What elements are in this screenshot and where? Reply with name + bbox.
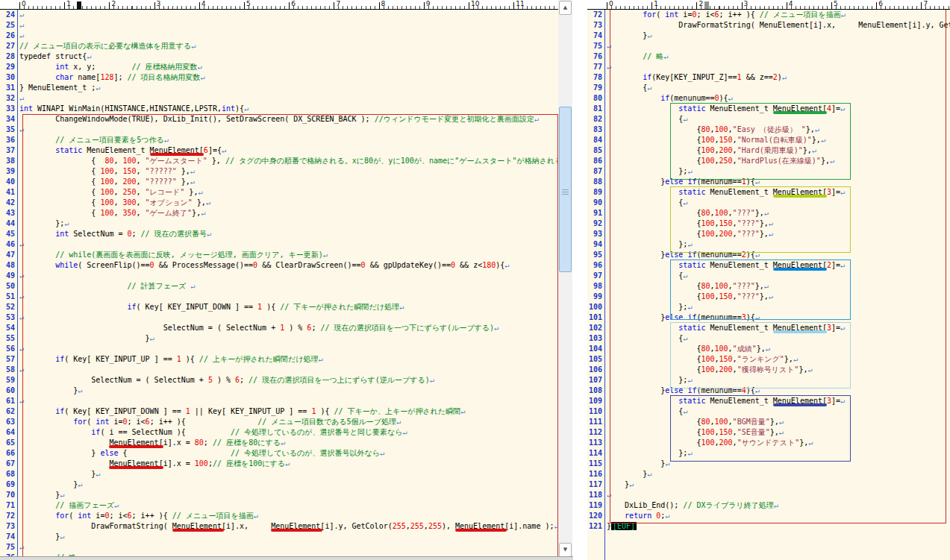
code-line[interactable]: 90 {↵ (587, 198, 950, 208)
code-line[interactable]: 77↵ (587, 62, 950, 72)
code-line[interactable]: 85 {100,200,"Hard(乗用車級)"},↵ (587, 145, 950, 156)
code-line[interactable]: 74 }↵ (0, 532, 558, 542)
code-line[interactable]: 92 {100,150,"???"},↵ (587, 218, 950, 229)
code-line[interactable]: 44 };↵ (0, 218, 558, 229)
code-line[interactable]: 62 if( Key[ KEY_INPUT_DOWN ] == 1 || Key… (0, 406, 558, 417)
code-line[interactable]: 72 for( int i=0; i<6; i++ ){ // メニュー項目を描… (0, 511, 558, 521)
code-rows-left[interactable]: 24↵25↵26↵27// メニュー項目の表示に必要な構造体を用意する↵28ty… (0, 10, 558, 560)
code-line[interactable]: 31} MenuElement_t ;↵ (0, 83, 558, 93)
code-line[interactable]: 65 MenuElement[i].x = 80; // 座標を80にする↵ (0, 438, 558, 448)
code-line[interactable]: 27// メニュー項目の表示に必要な構造体を用意する↵ (0, 41, 558, 51)
code-line[interactable]: 34 ChangeWindowMode(TRUE), DxLib_Init(),… (0, 114, 558, 125)
code-line[interactable]: 73 DrawFormatString( MenuElement[i].x, M… (587, 20, 950, 31)
code-line[interactable]: 72 for( int i=0; i<6; i++ ){ // メニュー項目を描… (587, 10, 950, 20)
code-line[interactable]: 95 }else if(menunum==2){↵ (587, 250, 950, 260)
code-line[interactable]: 55 }↵ (0, 333, 558, 344)
code-line[interactable]: 116 }↵ (587, 469, 950, 479)
horizontal-scrollbar[interactable] (0, 556, 573, 560)
code-line[interactable]: 67 MenuElement[i].x = 100;// 座標を100にする↵ (0, 459, 558, 469)
code-line[interactable]: 63 for( int i=0; i<6; i++ ){ // メニュー項目数で… (0, 417, 558, 427)
code-line[interactable]: 104 {80,100,"成績"},↵ (587, 344, 950, 354)
code-line[interactable]: 102 static MenuElement_t MenuElement[3]=… (587, 323, 950, 333)
code-line[interactable]: 70 }↵ (0, 490, 558, 500)
code-line[interactable]: 121}[EOF] (587, 521, 950, 532)
code-line[interactable]: 97 {↵ (587, 271, 950, 281)
code-line[interactable]: 50 // 計算フェーズ ↵ (0, 281, 558, 292)
code-line[interactable]: 53↵ (0, 312, 558, 323)
code-line[interactable]: 49↵ (0, 271, 558, 281)
code-line[interactable]: 103 {↵ (587, 333, 950, 344)
code-line[interactable]: 115 }↵ (587, 459, 950, 469)
code-line[interactable]: 52 if( Key[ KEY_INPUT_DOWN ] == 1 ){ // … (0, 302, 558, 312)
code-line[interactable]: 119 DxLib_End(); // DXライブラリ終了処理↵ (587, 500, 950, 511)
scrollbar-thumb[interactable] (559, 107, 572, 272)
code-line[interactable]: 73 DrawFormatString( MenuElement[i].x, M… (0, 521, 558, 532)
code-line[interactable]: 101 }else if(menunum==3){↵ (587, 312, 950, 323)
code-line[interactable]: 106 {100,200,"獲得称号リスト"},↵ (587, 365, 950, 375)
code-line[interactable]: 84 {100,150,"Normal(自転車級)"},↵ (587, 135, 950, 145)
code-line[interactable]: 82 {↵ (587, 114, 950, 125)
editor-pane-left[interactable]: 0123456789101112 24↵25↵26↵27// メニュー項目の表示… (0, 0, 558, 560)
code-line[interactable]: 89 static MenuElement_t MenuElement[3]=↵ (587, 187, 950, 198)
code-line[interactable]: 91 {80,100,"???"},↵ (587, 208, 950, 218)
code-line[interactable]: 87 };↵ (587, 166, 950, 177)
code-line[interactable]: 37 static MenuElement_t MenuElement[6]={… (0, 145, 558, 156)
code-line[interactable]: 71 // 描画フェーズ↵ (0, 500, 558, 511)
code-line[interactable]: 109 static MenuElement_t MenuElement[3]=… (587, 396, 950, 406)
code-line[interactable]: 40 { 100, 200, "?????" },↵ (0, 177, 558, 187)
code-line[interactable]: 36 // メニュー項目要素を5つ作る↵ (0, 135, 558, 145)
pane-splitter[interactable] (572, 0, 587, 560)
code-line[interactable]: 94 };↵ (587, 239, 950, 250)
code-line[interactable]: 58↵ (0, 365, 558, 375)
code-line[interactable]: 74 }↵ (587, 31, 950, 41)
code-line[interactable]: 38 { 80, 100, "ゲームスタート" }, // タグの中身の順番で格… (0, 156, 558, 166)
code-line[interactable]: 61↵ (0, 396, 558, 406)
code-line[interactable]: 76 // 略↵ (587, 51, 950, 62)
code-line[interactable]: 64 if( i == SelectNum ){ // 今処理しているのが、選択… (0, 427, 558, 438)
scrollbar-down-button[interactable]: ▼ (559, 543, 572, 557)
scrollbar-up-button[interactable]: ▲ (559, 1, 572, 15)
code-line[interactable]: 25↵ (0, 20, 558, 31)
code-line[interactable]: 117 }↵ (587, 479, 950, 490)
code-line[interactable]: 26↵ (0, 31, 558, 41)
code-line[interactable]: 42 { 100, 300, "オプション" },↵ (0, 198, 558, 208)
code-line[interactable]: 120 return 0;↵ (587, 511, 950, 521)
code-line[interactable]: 35↵ (0, 125, 558, 135)
code-line[interactable]: 43 { 100, 350, "ゲーム終了"},↵ (0, 208, 558, 218)
code-line[interactable]: 57 if( Key[ KEY_INPUT_UP ] == 1 ){ // 上キ… (0, 354, 558, 365)
code-line[interactable]: 108 }else if(menunum==4){↵ (587, 386, 950, 396)
code-line[interactable]: 105 {100,150,"ランキング"},↵ (587, 354, 950, 365)
code-line[interactable]: 54 SelectNum = ( SelectNum + 1 ) % 6; //… (0, 323, 558, 333)
code-line[interactable]: 107 };↵ (587, 375, 950, 386)
code-line[interactable]: 46↵ (0, 239, 558, 250)
code-line[interactable]: 33int WINAPI WinMain(HINSTANCE,HINSTANCE… (0, 104, 558, 114)
code-line[interactable]: 60 }↵ (0, 386, 558, 396)
code-line[interactable]: 86 {100,250,"HardPlus(在来線級)"},↵ (587, 156, 950, 166)
code-line[interactable]: 68 }↵ (0, 469, 558, 479)
code-line[interactable]: 79 {↵ (587, 83, 950, 93)
code-line[interactable]: 100 };↵ (587, 302, 950, 312)
code-line[interactable]: 114 };↵ (587, 448, 950, 459)
code-line[interactable]: 96 static MenuElement_t MenuElement[2]=↵ (587, 260, 950, 271)
code-line[interactable]: 30 char name[128]; // 項目名格納用変数↵ (0, 72, 558, 83)
code-line[interactable]: 75↵ (0, 542, 558, 553)
code-line[interactable]: 24↵ (0, 10, 558, 20)
code-line[interactable]: 118↵ (587, 490, 950, 500)
code-line[interactable]: 88 }else if(menunum==1){↵ (587, 177, 950, 187)
code-line[interactable]: 78 if(Key[KEY_INPUT_Z]==1 && z==2)↵ (587, 72, 950, 83)
code-rows-right[interactable]: 72 for( int i=0; i<6; i++ ){ // メニュー項目を描… (587, 10, 950, 532)
code-line[interactable]: 32↵ (0, 93, 558, 104)
editor-pane-right[interactable]: 01234567 72 for( int i=0; i<6; i++ ){ //… (587, 0, 950, 560)
code-line[interactable]: 29 int x, y; // 座標格納用変数↵ (0, 62, 558, 72)
code-line[interactable]: 83 {80,100,"Easy （徒歩級） "},↵ (587, 125, 950, 135)
vertical-scrollbar[interactable]: ▲ ▼ (558, 0, 572, 560)
code-line[interactable]: 48 while( ScreenFlip()==0 && ProcessMess… (0, 260, 558, 271)
code-line[interactable]: 41 { 100, 250, "レコード" },↵ (0, 187, 558, 198)
code-line[interactable]: 93 {100,200,"???"},↵ (587, 229, 950, 239)
code-line[interactable]: 56↵ (0, 344, 558, 354)
code-line[interactable]: 39 { 100, 150, "?????" },↵ (0, 166, 558, 177)
code-line[interactable]: 45 int SelectNum = 0; // 現在の選択番号↵ (0, 229, 558, 239)
code-line[interactable]: 81 static MenuElement_t MenuElement[4]=↵ (587, 104, 950, 114)
code-line[interactable]: 59 SelectNum = ( SelectNum + 5 ) % 6; //… (0, 375, 558, 386)
code-line[interactable]: 69 }↵ (0, 479, 558, 490)
